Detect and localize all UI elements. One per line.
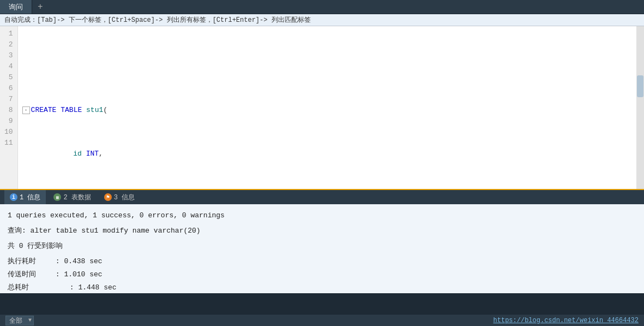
line-num-1: 1 [4,28,13,39]
line-num-11: 11 [4,138,13,149]
tab-icon-info2: ⚑ [104,193,112,201]
code-line-1 [22,61,632,72]
timing-value-2: : 1.010 sec [56,270,103,278]
timing-label-3: 总耗时 [8,282,51,293]
timing-label-1: 执行耗时 [8,256,51,268]
timing-line-1: 执行耗时 : 0.438 sec [8,256,636,268]
collapse-icon[interactable]: - [22,106,30,114]
code-line-2: -CREATE TABLE stu1( [22,105,632,116]
scope-dropdown-wrap[interactable]: 全部 ▼ [5,316,34,325]
timing-value-3: : 1.448 sec [56,283,117,292]
result-line-3: 共 0 行受到影响 [8,240,636,252]
timing-label-2: 传送时间 [8,269,51,281]
tab-icon-table: ▦ [53,193,61,201]
results-tab-1[interactable]: i 1 信息 [4,190,46,204]
line-num-3: 3 [4,50,13,61]
editor-scrollbar[interactable] [636,26,644,189]
line-num-4: 4 [4,61,13,72]
result-text-2: 查询: alter table stu1 modify name varchar… [8,227,201,235]
line-num-5: 5 [4,72,13,83]
add-tab-button[interactable]: + [32,0,49,14]
line-num-6: 6 [4,83,13,94]
results-tab-2[interactable]: ▦ 2 表数据 [48,190,96,204]
hint-bar: 自动完成：[Tab]-> 下一个标签，[Ctrl+Space]-> 列出所有标签… [0,14,644,26]
status-bar: 全部 ▼ https://blog.csdn.net/weixin_446644… [0,314,644,326]
results-tab-3[interactable]: ⚑ 3 信息 [99,190,140,204]
code-editor[interactable]: -CREATE TABLE stu1( id INT, NAME VARCHAR… [18,26,636,189]
line-num-9: 9 [4,116,13,127]
line-num-7: 7 [4,94,13,105]
results-tab-3-label: 3 信息 [114,193,135,202]
tab-icon-info: i [10,193,17,201]
url-text: https://blog.csdn.net/weixin_44664432 [493,317,639,324]
query-tab[interactable]: 询问 [0,0,32,14]
scope-dropdown[interactable]: 全部 [5,316,34,325]
hint-text: 自动完成：[Tab]-> 下一个标签，[Ctrl+Space]-> 列出所有标签… [4,15,311,25]
line-num-10: 10 [4,127,13,138]
timing-line-3: 总耗时 : 1.448 sec [8,282,636,293]
tab-label: 询问 [9,2,23,12]
timing-block: 执行耗时 : 0.438 sec 传送时间 : 1.010 sec 总耗时 : … [8,256,636,293]
timing-value-1: : 0.438 sec [56,257,103,265]
results-tab-2-label: 2 表数据 [63,193,91,202]
timing-line-2: 传送时间 : 1.010 sec [8,269,636,281]
status-url: https://blog.csdn.net/weixin_44664432 [493,316,639,324]
line-numbers: 1 2 3 4 5 6 7 8 9 10 11 [0,26,18,189]
result-text-3: 共 0 行受到影响 [8,242,63,250]
editor-area[interactable]: 1 2 3 4 5 6 7 8 9 10 11 -CREATE TABLE st… [0,26,644,189]
line-num-2: 2 [4,39,13,50]
results-header: i 1 信息 ▦ 2 表数据 ⚑ 3 信息 [0,189,644,204]
code-line-3: id INT, [22,149,632,159]
results-section: 1 queries executed, 1 success, 0 errors,… [0,204,644,293]
status-left: 全部 ▼ [5,316,34,325]
result-line-1: 1 queries executed, 1 success, 0 errors,… [8,210,636,222]
results-tab-1-label: 1 信息 [20,193,40,202]
tab-bar: 询问 + [0,0,644,14]
scrollbar-thumb [637,75,643,97]
result-text-1: 1 queries executed, 1 success, 0 errors,… [8,211,225,220]
line-num-8: 8 [4,105,13,116]
result-line-2: 查询: alter table stu1 modify name varchar… [8,225,636,237]
